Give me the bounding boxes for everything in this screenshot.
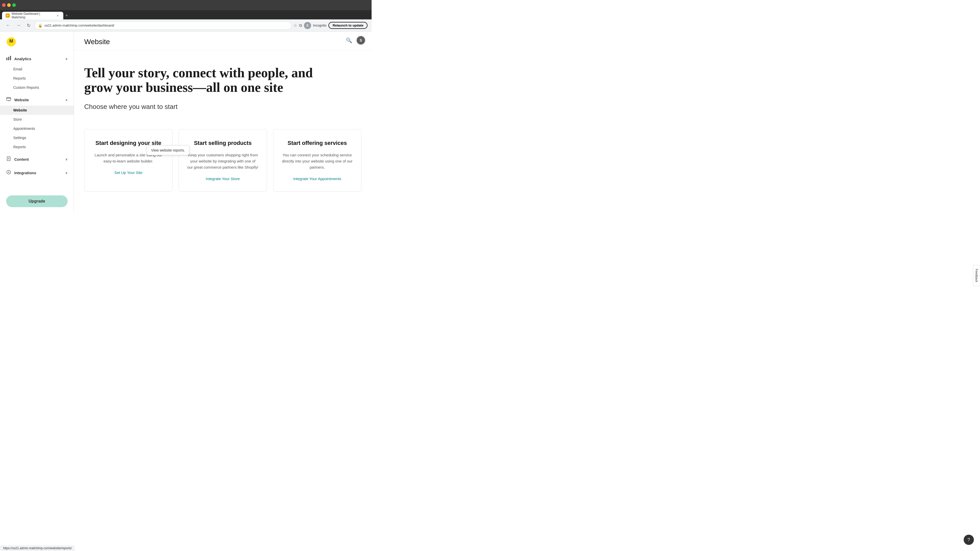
url-text: us21.admin.mailchimp.com/website/dashboa… [45, 24, 115, 27]
analytics-icon [6, 56, 11, 62]
svg-rect-6 [6, 98, 11, 98]
mailchimp-logo-icon: M [6, 37, 16, 47]
user-avatar[interactable]: S [356, 36, 366, 45]
search-button[interactable]: 🔍 [346, 37, 352, 43]
hero-title: Tell your story, connect with people, an… [84, 65, 314, 95]
browser-window-controls [0, 0, 372, 10]
tab-title: Website Dashboard | Mailchimp [12, 12, 54, 19]
content-chevron-icon: ∨ [65, 158, 68, 161]
analytics-label: Analytics [14, 57, 32, 61]
sidebar-logo[interactable]: M [0, 32, 74, 52]
cards-grid: Start designing your site Launch and per… [74, 129, 372, 202]
active-tab[interactable]: M Website Dashboard | Mailchimp ✕ [2, 12, 63, 19]
svg-rect-3 [8, 57, 9, 60]
card3-title: Start offering services [282, 140, 353, 147]
svg-rect-4 [10, 56, 11, 60]
website-label: Website [14, 98, 29, 102]
svg-text:M: M [10, 38, 13, 44]
bookmark-icon[interactable]: ☆ [293, 23, 297, 28]
sidebar-item-website[interactable]: Website [0, 106, 74, 115]
sidebar-section-analytics: Analytics ∧ Email Reports Custom Reports [0, 52, 74, 93]
sidebar-section-website-header[interactable]: Website ∧ [0, 94, 74, 106]
card3-desc: You can connect your scheduling service … [282, 152, 353, 170]
sidebar-bottom: Upgrade [0, 191, 74, 211]
main-header: Website [74, 32, 372, 50]
refresh-button[interactable]: ↻ [24, 21, 33, 30]
content-icon [6, 156, 11, 162]
sidebar-section-content: Content ∨ [0, 152, 74, 166]
tab-favicon: M [6, 14, 10, 17]
sidebar-item-reports[interactable]: Reports [0, 74, 74, 83]
sidebar-scrollable: Analytics ∧ Email Reports Custom Reports [0, 52, 74, 191]
sidebar-item-store[interactable]: Store [0, 115, 74, 124]
sidebar-item-website-reports[interactable]: Reports [0, 142, 74, 151]
svg-point-13 [8, 171, 9, 173]
content-label: Content [14, 157, 29, 162]
card-sell-products: Start selling products Keep your custome… [179, 129, 267, 192]
new-tab-button[interactable]: + [63, 12, 70, 19]
sidebar-section-analytics-header[interactable]: Analytics ∧ [0, 53, 74, 65]
window-minimize-button[interactable] [7, 3, 11, 7]
card2-title: Start selling products [187, 140, 259, 147]
card2-desc: Keep your customers shopping right from … [187, 152, 259, 170]
nav-bar: ← → ↻ 🔒 us21.admin.mailchimp.com/website… [0, 19, 372, 32]
profile-icon[interactable]: S [304, 22, 311, 29]
custom-reports-label: Custom Reports [13, 86, 39, 89]
back-button[interactable]: ← [4, 21, 12, 30]
forward-icon: → [16, 23, 21, 28]
hero-section: Tell your story, connect with people, an… [74, 50, 372, 129]
sidebar-item-settings[interactable]: Settings [0, 133, 74, 142]
appointments-label: Appointments [13, 127, 35, 130]
relaunch-button[interactable]: Relaunch to update [328, 22, 368, 29]
svg-rect-7 [8, 100, 9, 101]
email-label: Email [13, 67, 22, 71]
window-maximize-button[interactable] [12, 3, 16, 7]
back-icon: ← [6, 23, 11, 28]
svg-rect-5 [6, 97, 11, 100]
tooltip-text: View website reports. [151, 148, 185, 152]
website-reports-label: Reports [13, 145, 26, 149]
card-design-site: Start designing your site Launch and per… [84, 129, 172, 192]
forward-button[interactable]: → [14, 21, 22, 30]
main-content: 🔍 S Website Tell your story, connect wit… [74, 32, 372, 211]
website-sub-label: Website [13, 108, 27, 112]
tabs-bar: M Website Dashboard | Mailchimp ✕ + [0, 10, 372, 19]
card3-link[interactable]: Integrate Your Appointments [293, 176, 341, 181]
sidebar-section-website: Website ∧ Website Store Appointments Set… [0, 93, 74, 152]
tab-close-button[interactable]: ✕ [56, 14, 60, 17]
upgrade-button[interactable]: Upgrade [6, 195, 68, 207]
svg-rect-2 [6, 58, 7, 60]
tooltip: View website reports. [147, 145, 189, 155]
card2-link[interactable]: Integrate Your Store [206, 176, 240, 181]
incognito-label: Incognito [313, 24, 327, 27]
search-icon: 🔍 [346, 38, 352, 43]
sidebar-item-custom-reports[interactable]: Custom Reports [0, 83, 74, 92]
website-chevron-icon: ∧ [65, 98, 68, 102]
store-label: Store [13, 118, 22, 121]
card-offer-services: Start offering services You can connect … [273, 129, 361, 192]
lock-icon: 🔒 [38, 24, 42, 27]
integrations-chevron-icon: ∨ [65, 171, 68, 175]
sidebar-section-integrations-header[interactable]: Integrations ∨ [0, 167, 74, 179]
page-title: Website [84, 38, 361, 46]
address-bar[interactable]: 🔒 us21.admin.mailchimp.com/website/dashb… [35, 21, 291, 30]
app-layout: M Analytics ∧ Ema [0, 32, 372, 211]
sidebar: M Analytics ∧ Ema [0, 32, 74, 211]
pip-icon[interactable]: ⧉ [299, 23, 302, 28]
website-icon [6, 97, 11, 103]
reports-label: Reports [13, 76, 26, 80]
app-header: 🔍 S [340, 32, 372, 49]
choose-subtitle: Choose where you want to start [84, 103, 361, 111]
sidebar-section-content-header[interactable]: Content ∨ [0, 154, 74, 165]
integrations-label: Integrations [14, 171, 36, 175]
refresh-icon: ↻ [27, 23, 30, 28]
analytics-chevron-icon: ∧ [65, 57, 68, 61]
sidebar-item-appointments[interactable]: Appointments [0, 124, 74, 133]
integrations-icon [6, 170, 11, 176]
nav-right: ☆ ⧉ S Incognito Relaunch to update [293, 22, 368, 29]
window-close-button[interactable] [2, 3, 6, 7]
sidebar-section-integrations: Integrations ∨ [0, 166, 74, 179]
card1-link[interactable]: Set Up Your Site [115, 170, 142, 175]
settings-label: Settings [13, 136, 26, 140]
sidebar-item-email[interactable]: Email [0, 65, 74, 74]
